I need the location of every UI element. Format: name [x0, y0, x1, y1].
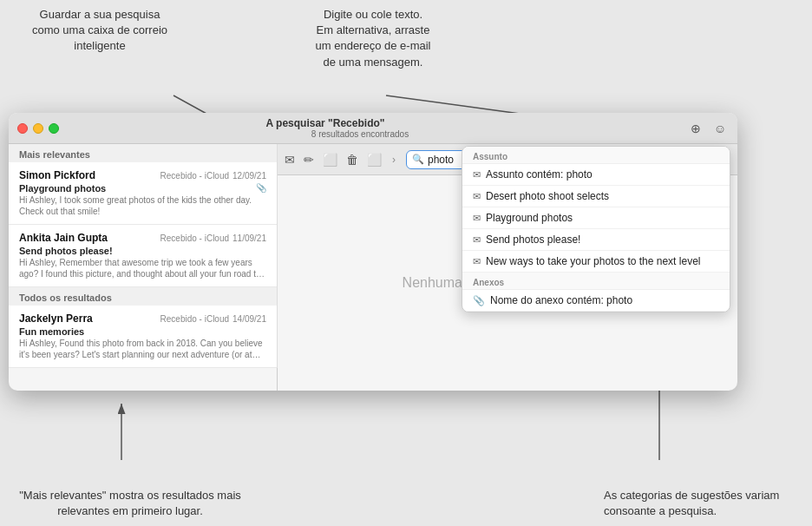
window-title: A pesquisar "Recebido": [9, 117, 687, 129]
content-area: Mais relevantes Simon Pickford Recebido …: [9, 144, 737, 391]
move-icon[interactable]: ⬜: [367, 153, 382, 167]
message-item[interactable]: Simon Pickford Recebido - iCloud 12/09/2…: [9, 162, 277, 225]
annotation-top-left: Guardar a sua pesquisa como uma caixa de…: [26, 7, 174, 55]
message-item[interactable]: Jackelyn Perra Recebido - iCloud 14/09/2…: [9, 306, 277, 368]
message-item[interactable]: Ankita Jain Gupta Recebido - iCloud 11/0…: [9, 225, 277, 287]
autocomplete-dropdown: Assunto ✉ Assunto contém: photo ✉ Desert…: [462, 146, 730, 312]
dropdown-item-label: Assunto contém: photo: [486, 168, 593, 181]
dropdown-item[interactable]: ✉ Send photos please!: [462, 229, 730, 251]
attachment-icon: 📎: [256, 183, 266, 193]
message-sender: Jackelyn Perra: [19, 312, 93, 325]
message-list-panel: Mais relevantes Simon Pickford Recebido …: [9, 144, 278, 391]
message-preview: Hi Ashley, Remember that awesome trip we…: [19, 257, 266, 279]
archive-icon[interactable]: ⬜: [323, 153, 337, 167]
dropdown-section-anexos: Anexos: [462, 273, 730, 290]
message-preview: Hi Ashley, Found this photo from back in…: [19, 338, 266, 360]
toolbar-icons: ✉ ✏ ⬜ 🗑 ⬜: [285, 153, 382, 167]
dropdown-item-label: Desert photo shoot selects: [486, 190, 609, 202]
section-header-all: Todos os resultados: [9, 287, 277, 306]
right-panel: ✉ ✏ ⬜ 🗑 ⬜ › 🔍 photo ✕ Assunto ✉: [278, 144, 737, 391]
message-subject: Fun memories: [19, 326, 266, 337]
dropdown-section-assunto: Assunto: [462, 147, 730, 164]
add-mailbox-button[interactable]: ⊕: [687, 120, 704, 137]
message-date: 14/09/21: [232, 314, 266, 324]
mail-icon: ✉: [473, 169, 481, 181]
dropdown-item-label: Playground photos: [486, 212, 573, 224]
message-mailbox: Recebido - iCloud: [160, 171, 230, 181]
message-list: Mais relevantes Simon Pickford Recebido …: [9, 144, 278, 368]
message-sender: Simon Pickford: [19, 169, 95, 181]
chevron-icon: ›: [392, 154, 396, 166]
section-header-relevant: Mais relevantes: [9, 144, 277, 162]
window-subtitle: 8 resultados encontrados: [33, 129, 687, 139]
message-date: 12/09/21: [232, 171, 266, 181]
dropdown-item-attachment[interactable]: 📎 Nome do anexo contém: photo: [462, 290, 730, 312]
dropdown-item-label: Send photos please!: [486, 233, 580, 246]
annotation-bottom-right: As categorias de sugestões variam consoa…: [604, 488, 803, 519]
message-subject: Playground photos: [19, 183, 256, 194]
mail-window: A pesquisar "Recebido" 8 resultados enco…: [9, 113, 737, 391]
message-mailbox: Recebido - iCloud: [160, 233, 230, 243]
message-meta: Recebido - iCloud 14/09/21: [160, 314, 266, 324]
attachment-icon: 📎: [473, 295, 485, 306]
dropdown-item[interactable]: ✉ Desert photo shoot selects: [462, 186, 730, 207]
mail-icon: ✉: [473, 191, 481, 202]
filter-button[interactable]: ☺: [711, 120, 729, 137]
message-sender: Ankita Jain Gupta: [19, 232, 108, 244]
dropdown-item[interactable]: ✉ New ways to take your photos to the ne…: [462, 251, 730, 273]
annotation-bottom-left: "Mais relevantes" mostra os resultados m…: [9, 488, 252, 519]
new-message-icon[interactable]: ✉: [285, 153, 295, 167]
message-subject: Send photos please!: [19, 246, 266, 256]
annotation-top-center: Digite ou cole texto. Em alternativa, ar…: [278, 7, 468, 70]
compose-icon[interactable]: ✏: [304, 153, 314, 167]
search-icon: 🔍: [412, 154, 424, 165]
message-meta: Recebido - iCloud 11/09/21: [160, 233, 266, 243]
message-header: Ankita Jain Gupta Recebido - iCloud 11/0…: [19, 232, 266, 244]
message-meta: Recebido - iCloud 12/09/21: [160, 171, 266, 181]
message-header: Simon Pickford Recebido - iCloud 12/09/2…: [19, 169, 266, 181]
dropdown-item-label: Nome do anexo contém: photo: [490, 294, 632, 306]
dropdown-item-label: New ways to take your photos to the next…: [486, 255, 700, 267]
message-mailbox: Recebido - iCloud: [160, 314, 230, 324]
message-date: 11/09/21: [232, 233, 266, 243]
mail-icon: ✉: [473, 234, 481, 246]
title-bar: A pesquisar "Recebido" 8 resultados enco…: [9, 113, 737, 144]
mail-icon: ✉: [473, 213, 481, 224]
dropdown-item[interactable]: ✉ Playground photos: [462, 207, 730, 229]
mail-icon: ✉: [473, 256, 481, 267]
trash-icon[interactable]: 🗑: [346, 153, 358, 167]
dropdown-item[interactable]: ✉ Assunto contém: photo: [462, 164, 730, 186]
message-header: Jackelyn Perra Recebido - iCloud 14/09/2…: [19, 312, 266, 325]
title-bar-icons: ⊕ ☺: [687, 120, 729, 137]
message-preview: Hi Ashley, I took some great photos of t…: [19, 194, 256, 217]
